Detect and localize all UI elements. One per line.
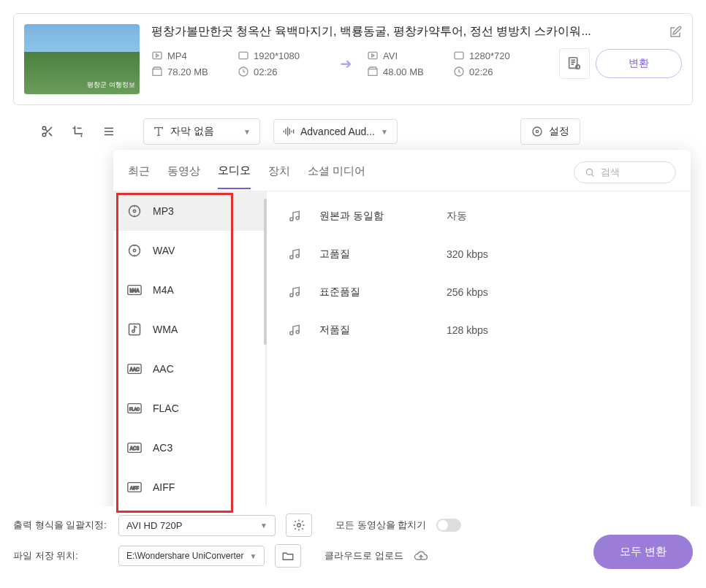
tab-social[interactable]: 소셜 미디어 (308, 164, 365, 188)
music-icon (287, 323, 302, 337)
source-size: 78.20 MB (151, 66, 232, 77)
quality-item-standard[interactable]: 표준품질 256 kbps (267, 273, 691, 311)
arrow-icon: ➜ (340, 55, 352, 72)
svg-rect-4 (455, 52, 463, 58)
bottom-bar: 출력 형식을 일괄지정: AVI HD 720P ▼ 모든 동영상을 합치기 파… (0, 506, 706, 588)
svg-point-11 (533, 127, 542, 136)
quality-item-original[interactable]: 원본과 동일함 자동 (267, 197, 691, 235)
quality-item-high[interactable]: 고품질 320 kbps (267, 235, 691, 273)
svg-point-10 (536, 130, 538, 132)
crop-icon[interactable] (72, 125, 85, 138)
search-input[interactable]: 검색 (574, 161, 676, 183)
target-format: AVI (367, 50, 447, 61)
output-format-select[interactable]: AVI HD 720P ▼ (118, 515, 276, 536)
target-size: 48.00 MB (367, 66, 447, 77)
svg-rect-3 (368, 52, 377, 58)
svg-text:AIFF: AIFF (130, 486, 140, 490)
source-resolution: 1920*1080 (238, 50, 325, 61)
chevron-down-icon: ▼ (250, 552, 257, 560)
disc-icon (126, 203, 143, 219)
svg-text:AAC: AAC (129, 367, 140, 372)
music-icon (287, 209, 302, 224)
merge-label: 모든 동영상을 합치기 (335, 519, 426, 532)
menu-icon[interactable] (102, 125, 115, 138)
video-thumbnail[interactable]: 평창군 여행정보 (24, 24, 140, 94)
svg-rect-0 (153, 52, 162, 58)
convert-all-button[interactable]: 모두 변환 (593, 535, 693, 569)
format-item-ac3[interactable]: AC3 AC3 (113, 428, 265, 467)
note-icon (126, 321, 143, 337)
open-folder-button[interactable] (275, 544, 301, 568)
svg-point-12 (586, 169, 592, 175)
disc-icon (126, 243, 143, 259)
chevron-down-icon: ▼ (243, 128, 251, 136)
output-format-label: 출력 형식을 일괄지정: (13, 519, 108, 532)
tab-device[interactable]: 장치 (268, 164, 290, 188)
svg-point-14 (133, 210, 135, 212)
svg-rect-1 (239, 52, 248, 58)
svg-point-8 (42, 126, 46, 130)
format-item-m4a[interactable]: M4A M4A (113, 270, 265, 310)
thumbnail-caption: 평창군 여행정보 (87, 80, 135, 90)
quality-list: 원본과 동일함 자동 고품질 320 kbps 표준품질 256 kbps 저품… (267, 191, 691, 522)
file-flac-icon: FLAC (126, 400, 143, 416)
format-item-wma[interactable]: WMA (113, 310, 265, 349)
target-resolution: 1280*720 (453, 50, 541, 61)
tab-audio[interactable]: 오디오 (218, 164, 251, 189)
tab-recent[interactable]: 최근 (128, 164, 150, 188)
source-format: MP4 (151, 50, 232, 61)
quality-item-low[interactable]: 저품질 128 kbps (267, 311, 691, 349)
format-list: MP3 WAV M4A M4A WMA AAC AAC FLAC FLAC (113, 191, 267, 522)
svg-point-9 (42, 133, 46, 137)
save-path-label: 파일 저장 위치: (13, 549, 108, 562)
svg-text:AC3: AC3 (130, 446, 140, 451)
tab-video[interactable]: 동영상 (167, 164, 200, 188)
edit-icon[interactable] (669, 26, 682, 39)
svg-point-16 (133, 249, 135, 251)
output-settings-button[interactable] (286, 513, 312, 537)
scrollbar[interactable] (264, 199, 267, 345)
file-card: 평창군 여행정보 평창가볼만한곳 청옥산 육백마지기, 백룡동굴, 평창카약투어… (13, 13, 693, 105)
cloud-icon[interactable] (414, 549, 428, 563)
subtitle-dropdown[interactable]: 자막 없음 ▼ (143, 118, 260, 145)
target-duration: 02:26 (453, 66, 541, 77)
audio-dropdown[interactable]: Advanced Aud... ▼ (273, 119, 398, 144)
chevron-down-icon: ▼ (381, 128, 388, 136)
source-duration: 02:26 (238, 66, 325, 77)
svg-point-13 (129, 206, 140, 217)
convert-button[interactable]: 변환 (596, 49, 682, 78)
format-popup: 최근 동영상 오디오 장치 소셜 미디어 검색 MP3 WAV M4A M4A (113, 150, 691, 522)
file-aac-icon: AAC (126, 361, 143, 377)
format-item-mp3[interactable]: MP3 (113, 191, 265, 231)
music-icon (287, 285, 302, 299)
svg-point-15 (129, 245, 140, 256)
format-item-aiff[interactable]: AIFF AIFF (113, 467, 265, 507)
svg-point-37 (297, 524, 301, 527)
file-title: 평창가볼만한곳 청옥산 육백마지기, 백룡동굴, 평창카약투어, 정선 병방치 … (151, 24, 661, 39)
svg-text:FLAC: FLAC (129, 407, 140, 411)
format-item-aac[interactable]: AAC AAC (113, 349, 265, 389)
merge-toggle[interactable] (436, 519, 461, 532)
file-aiff-icon: AIFF (126, 479, 143, 495)
settings-button[interactable]: 설정 (520, 118, 580, 145)
file-m4a-icon: M4A (126, 282, 143, 298)
save-path-select[interactable]: E:\Wondershare UniConverter ▼ (118, 546, 265, 566)
cut-icon[interactable] (41, 125, 54, 138)
format-item-wav[interactable]: WAV (113, 231, 265, 270)
format-item-flac[interactable]: FLAC FLAC (113, 389, 265, 428)
file-ac3-icon: AC3 (126, 440, 143, 456)
music-icon (287, 247, 302, 261)
preset-settings-button[interactable] (559, 48, 590, 79)
cloud-label: 클라우드로 업로드 (324, 549, 403, 562)
svg-text:M4A: M4A (129, 288, 140, 293)
chevron-down-icon: ▼ (260, 522, 267, 530)
